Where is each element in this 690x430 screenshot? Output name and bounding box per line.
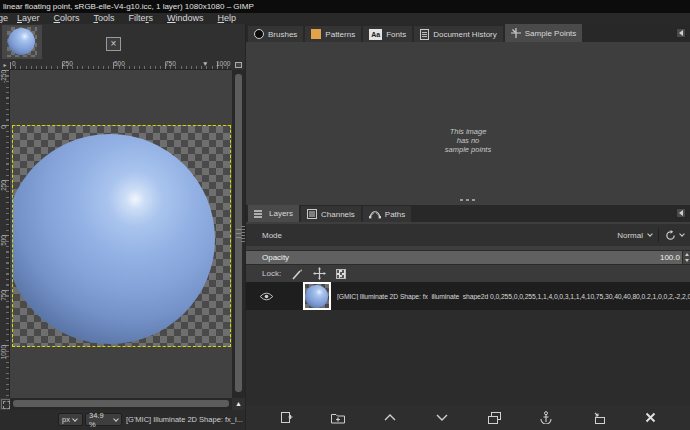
dockable-tab-bar: Brushes Patterns Aa Fonts Document Histo… xyxy=(246,24,690,42)
unit-select[interactable]: px xyxy=(58,413,83,426)
image-window: × ▸ 0 250 500 750 1000 ▼ -250 0 250 500 … xyxy=(0,24,245,430)
horizontal-ruler[interactable]: 0 250 500 750 1000 ▼ xyxy=(10,60,232,70)
status-message: [G'MIC] Illuminate 2D Shape: fx_i... xyxy=(126,410,244,430)
spin-up-icon xyxy=(685,253,689,256)
crosshair-icon xyxy=(511,28,521,38)
tab-document-history[interactable]: Document History xyxy=(414,26,503,42)
mode-group-switch[interactable] xyxy=(665,230,684,241)
brush-icon xyxy=(254,29,264,39)
separator xyxy=(658,228,659,242)
eye-icon xyxy=(259,292,274,301)
lock-position-move-icon[interactable] xyxy=(313,267,326,280)
lock-label: Lock: xyxy=(262,269,281,278)
tab-menu-button[interactable] xyxy=(676,208,686,218)
layer-row[interactable]: [GMIC] Illuminate 2D Shape: fx_illuminat… xyxy=(246,282,690,310)
new-layer-button[interactable] xyxy=(274,409,298,427)
raise-layer-button[interactable] xyxy=(378,409,402,427)
merge-layer-button[interactable] xyxy=(586,409,610,427)
folder-plus-icon xyxy=(331,412,345,424)
sample-points-empty-message: This image has no sample points xyxy=(246,127,690,154)
zoom-select[interactable]: 34.9 % xyxy=(85,413,122,426)
quick-mask-toggle[interactable] xyxy=(1,399,10,409)
image-layer-area[interactable] xyxy=(12,125,231,347)
ruler-label: 750 xyxy=(165,60,176,67)
window-titlebar[interactable]: linear floating point, sRGB-elle-V4-g10.… xyxy=(0,0,690,13)
horizontal-scrollbar[interactable] xyxy=(10,398,232,410)
paths-icon xyxy=(369,209,381,219)
chevron-up-icon xyxy=(384,414,396,421)
tab-brushes[interactable]: Brushes xyxy=(248,26,303,42)
merge-down-icon xyxy=(592,412,605,424)
pane-resize-grip-vertical[interactable] xyxy=(241,226,245,244)
tab-sample-points[interactable]: Sample Points xyxy=(505,24,583,42)
duplicate-icon xyxy=(488,412,501,424)
lock-alpha-icon[interactable] xyxy=(336,269,346,279)
menu-image[interactable]: Image xyxy=(0,13,10,24)
vertical-ruler[interactable]: -250 0 250 500 750 1000 xyxy=(0,70,10,398)
ruler-label: 0 xyxy=(12,60,16,67)
sphere-render xyxy=(12,134,215,344)
status-bar: px 34.9 % [G'MIC] Illuminate 2D Shape: f… xyxy=(0,410,245,430)
dashed-box-icon xyxy=(235,62,242,68)
menu-layer[interactable]: Layer xyxy=(10,13,47,24)
image-tab[interactable] xyxy=(2,25,42,59)
opacity-value: 100.0 xyxy=(660,253,680,262)
menu-colors[interactable]: Colors xyxy=(47,13,87,24)
opacity-label: Opacity xyxy=(262,253,289,262)
layer-list[interactable]: [GMIC] Illuminate 2D Shape: fx_illuminat… xyxy=(246,282,690,405)
right-dock: Brushes Patterns Aa Fonts Document Histo… xyxy=(246,24,690,430)
channels-icon xyxy=(307,209,317,219)
pattern-icon xyxy=(311,29,321,39)
new-layer-icon xyxy=(280,411,293,424)
tab-patterns[interactable]: Patterns xyxy=(305,26,361,42)
menu-bar: Image Layer Colors Tools Filters Windows… xyxy=(0,13,690,24)
delete-layer-button[interactable] xyxy=(638,409,662,427)
menu-tools[interactable]: Tools xyxy=(87,13,122,24)
duplicate-layer-button[interactable] xyxy=(482,409,506,427)
lock-row: Lock: xyxy=(246,265,690,282)
new-layer-group-button[interactable] xyxy=(326,409,350,427)
zoom-follow-window-toggle[interactable] xyxy=(232,60,245,70)
layer-thumbnail[interactable] xyxy=(303,282,331,310)
chevron-down-icon xyxy=(72,416,78,422)
horizontal-scrollbar-thumb[interactable] xyxy=(13,400,229,407)
navigation-button[interactable]: ▲ xyxy=(232,398,245,410)
gimp-window: linear floating point, sRGB-elle-V4-g10.… xyxy=(0,0,690,430)
tab-layers[interactable]: Layers xyxy=(248,205,299,222)
sphere-thumbnail xyxy=(305,285,328,308)
menu-windows[interactable]: Windows xyxy=(160,13,211,24)
layer-mode-row: Mode Normal xyxy=(246,224,690,246)
layer-visibility-toggle[interactable] xyxy=(256,292,277,301)
opacity-spinner[interactable] xyxy=(682,251,690,264)
ruler-label: 500 xyxy=(114,60,125,67)
tab-paths[interactable]: Paths xyxy=(363,206,411,222)
mode-label: Mode xyxy=(262,231,282,240)
canvas-viewport[interactable] xyxy=(10,70,232,398)
image-tab-strip: × xyxy=(0,24,245,60)
pane-resize-grip[interactable] xyxy=(246,197,690,203)
lock-pixels-brush-icon[interactable] xyxy=(291,268,303,280)
layers-tab-bar: Layers Channels Paths xyxy=(246,205,690,222)
sphere-thumbnail xyxy=(8,28,35,55)
delete-x-icon xyxy=(645,412,656,423)
triangle-left-icon xyxy=(679,210,683,216)
layers-icon xyxy=(254,209,265,219)
empty-image-tab-icon[interactable]: × xyxy=(106,37,121,51)
tab-channels[interactable]: Channels xyxy=(301,206,361,222)
chevron-down-icon xyxy=(679,231,685,237)
menu-filters[interactable]: Filters xyxy=(122,13,161,24)
chevron-down-icon xyxy=(647,231,653,237)
menu-help[interactable]: Help xyxy=(211,13,244,24)
image-menu-button[interactable]: ▸ xyxy=(0,60,10,70)
layer-name[interactable]: [GMIC] Illuminate 2D Shape: fx_illuminat… xyxy=(337,293,690,300)
ruler-label: 500 xyxy=(0,235,7,246)
tab-menu-button[interactable] xyxy=(676,28,686,38)
mode-select[interactable]: Normal xyxy=(617,231,652,240)
ruler-label: 250 xyxy=(62,60,73,67)
lower-layer-button[interactable] xyxy=(430,409,454,427)
ruler-label: 1000 xyxy=(216,60,230,67)
opacity-slider[interactable]: Opacity 100.0 xyxy=(246,250,690,265)
anchor-layer-button[interactable] xyxy=(534,409,558,427)
tab-fonts[interactable]: Aa Fonts xyxy=(363,26,412,42)
triangle-left-icon xyxy=(679,30,683,36)
